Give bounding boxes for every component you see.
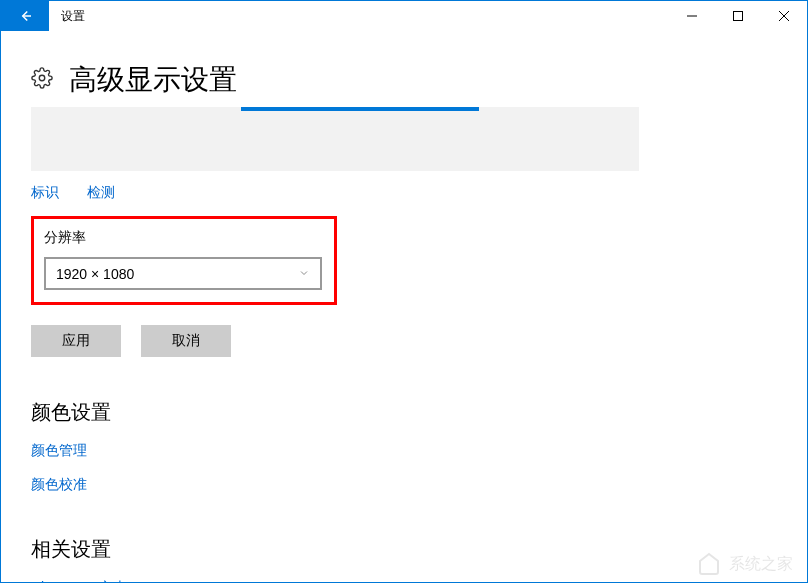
display-preview (31, 107, 639, 171)
color-section-title: 颜色设置 (31, 399, 777, 426)
svg-rect-2 (734, 12, 743, 21)
close-button[interactable] (761, 1, 807, 31)
identify-link[interactable]: 标识 (31, 184, 59, 200)
maximize-icon (733, 11, 743, 21)
arrow-left-icon (16, 7, 34, 25)
close-icon (779, 11, 789, 21)
minimize-button[interactable] (669, 1, 715, 31)
color-calibration-link[interactable]: 颜色校准 (31, 476, 777, 494)
apply-button[interactable]: 应用 (31, 325, 121, 357)
window-title: 设置 (61, 8, 85, 25)
resolution-dropdown[interactable]: 1920 × 1080 (44, 257, 322, 290)
cancel-button[interactable]: 取消 (141, 325, 231, 357)
related-section-title: 相关设置 (31, 536, 777, 563)
window-controls (669, 1, 807, 31)
display-action-row: 标识 检测 (31, 183, 777, 202)
minimize-icon (687, 11, 697, 21)
maximize-button[interactable] (715, 1, 761, 31)
page-title: 高级显示设置 (69, 61, 237, 99)
button-row: 应用 取消 (31, 325, 777, 357)
back-button[interactable] (1, 1, 49, 31)
detect-link[interactable]: 检测 (87, 184, 115, 200)
display-preview-bar (241, 107, 479, 111)
content-area: 高级显示设置 标识 检测 分辨率 1920 × 1080 应用 取消 颜色设置 … (1, 31, 807, 583)
svg-point-5 (39, 75, 45, 81)
cleartype-link[interactable]: ClearType 文本 (31, 579, 777, 583)
titlebar: 设置 (1, 1, 807, 31)
resolution-value: 1920 × 1080 (56, 266, 134, 282)
color-management-link[interactable]: 颜色管理 (31, 442, 777, 460)
resolution-highlight: 分辨率 1920 × 1080 (31, 216, 337, 305)
page-header: 高级显示设置 (31, 61, 777, 99)
resolution-label: 分辨率 (44, 229, 324, 247)
chevron-down-icon (298, 265, 310, 283)
gear-icon (31, 67, 53, 93)
